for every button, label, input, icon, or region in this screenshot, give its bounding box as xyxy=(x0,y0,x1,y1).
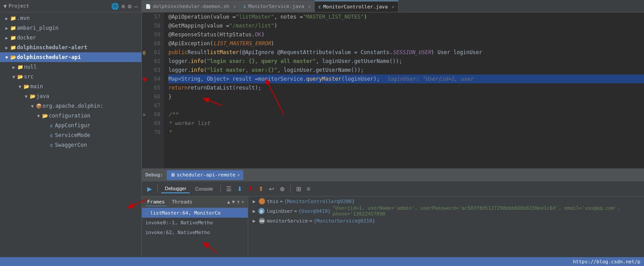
num-63: 63 xyxy=(154,67,160,73)
tree-label: dolphinscheduler-api xyxy=(17,54,81,60)
run-to-cursor-btn[interactable]: ↩ xyxy=(267,184,276,193)
num-64: 64 xyxy=(154,76,160,82)
tabs-bar: 📄 dolphinscheduler-daemon.sh ✕ c Monitor… xyxy=(142,0,644,12)
tab-close-controller[interactable]: ✕ xyxy=(392,4,394,9)
var-eq: = xyxy=(280,199,283,204)
tree-item-src[interactable]: ▼ 📂 src xyxy=(0,72,141,82)
session-label: scheduler-api-remote xyxy=(177,172,235,178)
num-65: 65 xyxy=(154,85,160,91)
var-name-loginuser: loginUser xyxy=(266,208,293,214)
tree-item-org[interactable]: ▼ 📦 org.apache.dolphin: xyxy=(0,101,141,111)
line-num-70: 70 xyxy=(142,128,164,137)
frames-up-icon[interactable]: ▲ xyxy=(227,199,230,205)
debug-toolbar: ▶ Debugger Console ☰ ⬇ ⬇ ⬆ ↩ ⊕ ⊞ ≡ xyxy=(142,181,644,196)
frame-item-1[interactable]: ✓ listMaster:64, MonitorCo xyxy=(142,208,248,218)
debugger-tab[interactable]: Debugger xyxy=(161,184,190,193)
separator-3 xyxy=(290,185,291,193)
sidebar-header-icons: 🌐 ≡ ⚙ — xyxy=(111,3,138,10)
tab-monitor-controller[interactable]: c MonitorController.java ✕ xyxy=(315,0,398,12)
frames-add-icon[interactable]: + xyxy=(241,199,244,205)
var-val-loginuser-str: "User{id=1, userName='admin', userPasswo… xyxy=(332,205,640,217)
tree-item-ambari[interactable]: ▶ 📁 ambari_plugin xyxy=(0,23,141,33)
tree-item-docker[interactable]: ▶ 📁 docker xyxy=(0,33,141,43)
frames-toggle-btn[interactable]: ⊞ xyxy=(294,184,303,193)
frames-down-icon[interactable]: ▼ xyxy=(232,199,235,205)
tab-close-service[interactable]: ✕ xyxy=(308,4,311,9)
debug-session-tab[interactable]: 🖥 scheduler-api-remote ✕ xyxy=(167,170,243,180)
folder-icon: 📂 xyxy=(17,74,24,80)
tree-item-appconfig[interactable]: c AppConfigur xyxy=(0,121,141,130)
tree-item-servicemode[interactable]: c ServiceMode xyxy=(0,130,141,140)
sidebar-title: Project xyxy=(8,3,29,9)
class-icon: c xyxy=(48,142,55,148)
tree-label: org.apache.dolphin: xyxy=(43,103,103,109)
evaluate-btn[interactable]: ⊕ xyxy=(278,184,287,193)
tree-item-java[interactable]: ▼ 📂 java xyxy=(0,91,141,101)
settings-icon[interactable]: ≡ xyxy=(121,3,125,10)
session-close[interactable]: ✕ xyxy=(237,172,240,177)
gear-icon[interactable]: ⚙ xyxy=(128,3,131,10)
line-num-62: 62 xyxy=(142,57,164,66)
line-num-68: 68 ≡ xyxy=(142,110,164,119)
tab-close-daemon[interactable]: ✕ xyxy=(233,4,236,9)
code-line-61: public Result listMaster(@ApiIgnore @Req… xyxy=(168,48,644,57)
num-67: 67 xyxy=(154,102,160,109)
frames-icons: ▲ ▼ ⚗ + xyxy=(227,199,245,205)
expand-arrow: ▶ xyxy=(11,65,17,70)
tree-item-null[interactable]: ▶ 📁 null xyxy=(0,62,141,72)
tree-item-api[interactable]: ▼ 📂 dolphinscheduler-api xyxy=(0,52,141,62)
tab-monitor-service[interactable]: c MonitorService.java ✕ xyxy=(240,0,315,12)
expand-arrow: ▼ xyxy=(35,113,42,118)
frame-item-2[interactable]: invoke0:-1, NativeMetho xyxy=(142,218,248,227)
debug-panel: Debug: 🖥 scheduler-api-remote ✕ ▶ Debugg… xyxy=(142,168,644,257)
tree-item-mvn[interactable]: ▶ 📁 .mvn xyxy=(0,13,141,23)
tab-daemon[interactable]: 📄 dolphinscheduler-daemon.sh ✕ xyxy=(142,0,240,12)
frames-filter-icon[interactable]: ⚗ xyxy=(237,199,240,205)
project-tree: ▶ 📁 .mvn ▶ 📁 ambari_plugin ▶ 📁 docker xyxy=(0,12,141,151)
tree-label: docker xyxy=(17,35,36,41)
frames-tab[interactable]: Frames xyxy=(145,198,167,206)
threads-toggle-btn[interactable]: ≡ xyxy=(305,184,312,193)
tree-item-main[interactable]: ▼ 📂 main xyxy=(0,82,141,91)
num-57: 57 xyxy=(154,14,160,20)
code-line-69: * worker list xyxy=(168,119,644,128)
tree-item-alert[interactable]: ▶ 📁 dolphinscheduler-alert xyxy=(0,43,141,52)
folder-icon: 📂 xyxy=(10,55,17,60)
tree-label: ambari_plugin xyxy=(17,25,59,31)
add-icon[interactable]: 🌐 xyxy=(111,3,119,10)
line-num-64: 64 ● xyxy=(142,74,164,83)
minimize-icon[interactable]: — xyxy=(134,3,138,10)
step-out-btn[interactable]: ⬆ xyxy=(257,184,265,193)
app: ▼ Project 🌐 ≡ ⚙ — ▶ 📁 .mvn ▶ xyxy=(0,0,644,266)
num-66: 66 xyxy=(154,94,160,100)
var-expand-icon: ▶ xyxy=(253,199,257,204)
menu-icon-btn[interactable]: ☰ xyxy=(224,184,234,193)
var-val-this: {MonitorController@9208} xyxy=(284,199,355,204)
console-tab[interactable]: Console xyxy=(191,185,216,193)
tree-label: src xyxy=(24,74,34,80)
var-item-monitorservice[interactable]: ▶ oo monitorService = {MonitorService@92… xyxy=(248,216,644,226)
code-line-64: Map<String, Object> result = monitorServ… xyxy=(168,74,644,83)
session-icon: 🖥 xyxy=(170,172,175,178)
debug-header: Debug: 🖥 scheduler-api-remote ✕ xyxy=(142,169,644,181)
expand-arrow: ▶ xyxy=(4,45,10,50)
bottom-bar: https://blog.csdn.net/p xyxy=(0,257,644,266)
tree-item-configuration[interactable]: ▼ 📂 configuration xyxy=(0,111,141,121)
tree-item-swagger[interactable]: c SwaggerCon xyxy=(0,140,141,150)
tree-label: configuration xyxy=(49,113,90,119)
line-num-63: 63 xyxy=(142,66,164,74)
step-into-btn[interactable]: ⬇ xyxy=(246,184,255,193)
threads-tab[interactable]: Threads xyxy=(170,198,194,206)
frame-item-3[interactable]: invoke:62, NativeMetho xyxy=(142,227,248,237)
folder-icon: 📂 xyxy=(42,113,49,119)
var-item-loginuser[interactable]: ▶ p loginUser = {User@9419} "User{id=1, … xyxy=(248,206,644,216)
step-over-btn[interactable]: ⬇ xyxy=(235,184,244,193)
tree-label: ServiceMode xyxy=(55,132,90,138)
sidebar: ▼ Project 🌐 ≡ ⚙ — ▶ 📁 .mvn ▶ xyxy=(0,0,142,257)
resume-button[interactable]: ▶ xyxy=(145,184,154,193)
class-icon-active: c xyxy=(318,4,321,9)
var-item-this[interactable]: ▶ this = {MonitorController@9208} xyxy=(248,196,644,206)
expand-arrow: ▼ xyxy=(29,104,35,109)
expand-arrow: ▼ xyxy=(11,74,17,79)
tab-label: MonitorController.java xyxy=(323,4,388,10)
